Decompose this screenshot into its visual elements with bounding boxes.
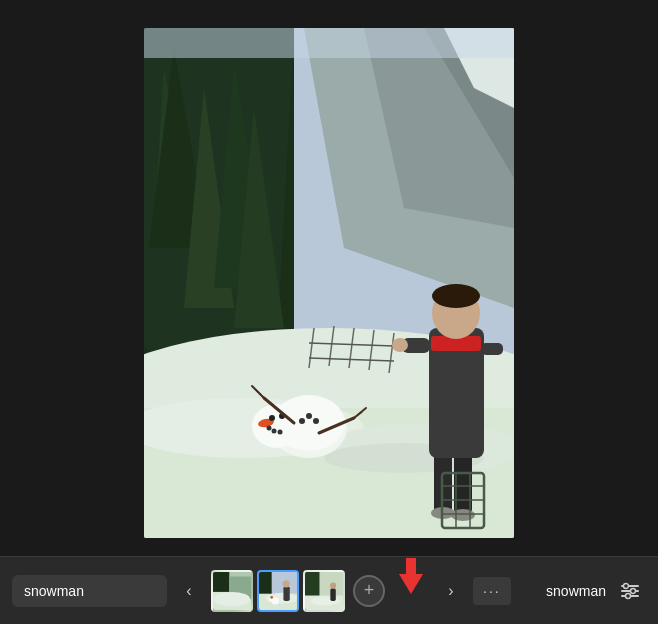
add-button[interactable]: + — [353, 575, 385, 607]
svg-point-84 — [624, 583, 629, 588]
search-input[interactable] — [12, 575, 167, 607]
main-photo — [144, 28, 514, 538]
svg-point-28 — [269, 415, 275, 421]
svg-point-64 — [214, 591, 250, 605]
prev-icon: ‹ — [186, 582, 191, 600]
svg-point-40 — [306, 413, 312, 419]
svg-rect-51 — [481, 343, 503, 355]
svg-point-39 — [299, 418, 305, 424]
more-icon: ··· — [483, 583, 501, 599]
arrow-indicator — [393, 558, 429, 600]
thumbnail-2[interactable] — [257, 570, 299, 612]
svg-rect-78 — [330, 588, 335, 601]
svg-point-32 — [278, 430, 283, 435]
search-wrapper — [12, 575, 167, 607]
svg-rect-69 — [283, 586, 289, 600]
svg-point-49 — [432, 284, 480, 308]
svg-point-73 — [270, 595, 273, 598]
thumbnail-strip — [211, 570, 345, 612]
main-area — [0, 0, 658, 556]
photo-container — [144, 28, 514, 538]
svg-point-52 — [392, 338, 408, 352]
svg-point-45 — [451, 509, 475, 521]
next-button[interactable]: › — [437, 577, 465, 605]
svg-point-30 — [267, 426, 272, 431]
add-icon: + — [364, 580, 375, 601]
svg-point-85 — [631, 588, 636, 593]
prev-button[interactable]: ‹ — [175, 577, 203, 605]
svg-rect-59 — [144, 28, 514, 58]
bottom-bar: ‹ — [0, 556, 658, 624]
svg-point-31 — [272, 429, 277, 434]
svg-point-79 — [330, 582, 336, 588]
settings-button[interactable] — [614, 575, 646, 607]
more-button[interactable]: ··· — [473, 577, 511, 605]
svg-point-70 — [283, 580, 290, 587]
sliders-icon — [620, 581, 640, 601]
svg-point-86 — [626, 593, 631, 598]
svg-point-41 — [313, 418, 319, 424]
svg-marker-80 — [399, 558, 423, 594]
next-icon: › — [448, 582, 453, 600]
filename-label: snowman — [546, 583, 606, 599]
thumbnail-3[interactable] — [303, 570, 345, 612]
thumbnail-1[interactable] — [211, 570, 253, 612]
